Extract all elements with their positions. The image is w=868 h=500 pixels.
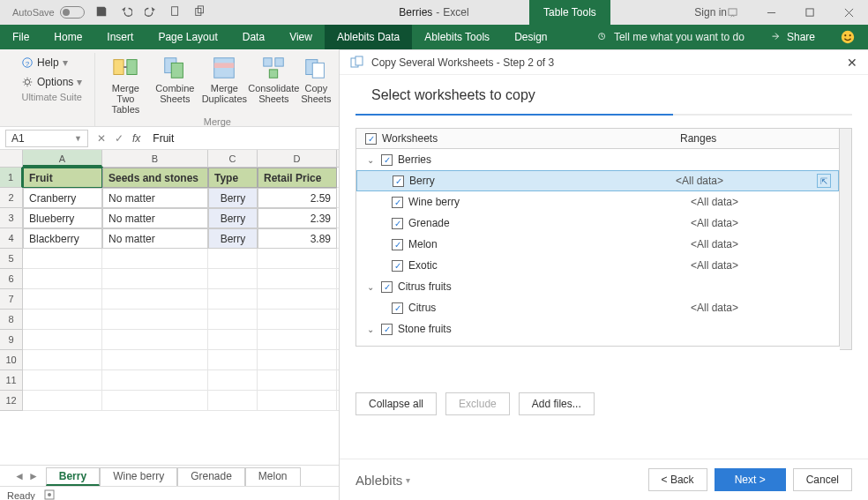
tree-worksheet[interactable]: ✓Wine berry<All data> <box>356 191 839 213</box>
tree-workbook[interactable]: ⌄✓Citrus fruits <box>356 276 839 297</box>
add-files-button[interactable]: Add files... <box>519 392 595 415</box>
cell[interactable] <box>102 370 208 391</box>
cell[interactable] <box>258 330 337 350</box>
cell[interactable]: Seeds and stones <box>102 168 208 188</box>
sheet-tab[interactable]: Berry <box>46 467 100 486</box>
ribbon-tab-file[interactable]: File <box>0 25 41 49</box>
column-header[interactable]: B <box>102 150 208 167</box>
cell[interactable]: Cranberry <box>23 188 102 208</box>
minimize-icon[interactable] <box>752 0 790 25</box>
column-header[interactable]: D <box>258 150 337 167</box>
cell[interactable]: No matter <box>102 188 208 208</box>
new-icon[interactable] <box>169 5 182 20</box>
row-header[interactable]: 12 <box>0 391 23 411</box>
cell[interactable] <box>258 310 337 330</box>
tree-workbook[interactable]: ⌄✓Berries <box>356 149 839 170</box>
cell[interactable] <box>258 370 337 391</box>
sheet-tab[interactable]: Melon <box>245 467 301 486</box>
tree-worksheet[interactable]: ✓Berry<All data>⇱ <box>356 170 839 191</box>
merge-two-tables-button[interactable]: Merge Two Tables <box>101 53 150 116</box>
options-button[interactable]: Options ▾ <box>14 72 89 92</box>
chevron-down-icon[interactable]: ⌄ <box>365 282 376 292</box>
tree-worksheet[interactable]: ✓Citrus<All data> <box>356 297 839 318</box>
cell[interactable] <box>208 289 258 310</box>
cell[interactable]: 3.89 <box>258 228 337 249</box>
select-all-checkbox[interactable]: ✓ <box>365 133 377 145</box>
feedback-icon[interactable] <box>827 25 868 49</box>
merge-duplicates-button[interactable]: Merge Duplicates <box>199 53 249 116</box>
tree-worksheet[interactable]: ✓Melon<All data> <box>356 234 839 255</box>
chevron-down-icon[interactable]: ⌄ <box>365 325 376 334</box>
chevron-down-icon[interactable]: ⌄ <box>365 155 376 165</box>
copy-sheets-qat-icon[interactable] <box>194 5 206 20</box>
cell[interactable] <box>258 350 337 370</box>
checkbox[interactable]: ✓ <box>381 281 393 293</box>
checkbox[interactable]: ✓ <box>392 239 403 250</box>
tree-worksheet[interactable]: ✓Exotic<All data> <box>356 255 839 276</box>
cell[interactable]: No matter <box>102 208 208 228</box>
maximize-icon[interactable] <box>790 0 829 25</box>
help-button[interactable]: ?Help ▾ <box>14 53 89 72</box>
row-header[interactable]: 1 <box>0 168 23 188</box>
sheet-nav-next-icon[interactable]: ► <box>28 470 39 482</box>
consolidate-sheets-button[interactable]: Consolidate Sheets <box>249 53 298 116</box>
cell[interactable] <box>23 249 102 269</box>
cell[interactable]: 2.59 <box>258 188 337 208</box>
cell[interactable]: Blueberry <box>23 208 102 228</box>
cell[interactable] <box>208 249 258 269</box>
table-tools-tab[interactable]: Table Tools <box>529 0 610 25</box>
cell[interactable] <box>23 269 102 289</box>
cell[interactable] <box>102 391 208 411</box>
ribbon-options-icon[interactable] <box>713 0 752 25</box>
row-header[interactable]: 8 <box>0 310 23 330</box>
share-button[interactable]: Share <box>757 25 827 49</box>
enter-formula-icon[interactable]: ✓ <box>115 132 123 145</box>
row-header[interactable]: 3 <box>0 208 23 228</box>
cell[interactable]: Berry <box>208 188 258 208</box>
close-icon[interactable] <box>829 0 868 25</box>
cell[interactable]: Fruit <box>23 168 102 188</box>
cell[interactable] <box>208 350 258 370</box>
ribbon-tab-view[interactable]: View <box>277 25 325 49</box>
save-icon[interactable] <box>95 5 108 20</box>
sheet-tab[interactable]: Wine berry <box>100 467 177 486</box>
checkbox[interactable]: ✓ <box>393 175 404 187</box>
row-header[interactable]: 11 <box>0 370 23 391</box>
cell[interactable] <box>208 391 258 411</box>
row-header[interactable]: 10 <box>0 350 23 370</box>
ribbon-tab-insert[interactable]: Insert <box>94 25 146 49</box>
ribbon-tab-data[interactable]: Data <box>230 25 277 49</box>
column-header[interactable]: C <box>208 150 258 167</box>
cell[interactable] <box>258 269 337 289</box>
cell[interactable] <box>208 370 258 391</box>
checkbox[interactable]: ✓ <box>392 260 403 272</box>
select-range-icon[interactable]: ⇱ <box>817 174 831 188</box>
cell[interactable]: 2.39 <box>258 208 337 228</box>
exclude-button[interactable]: Exclude <box>445 392 510 415</box>
select-all-corner[interactable] <box>0 150 23 167</box>
column-header[interactable]: A <box>23 150 102 167</box>
worksheet-tree[interactable]: ⌄✓Berries✓Berry<All data>⇱✓Wine berry<Al… <box>355 149 840 347</box>
cell[interactable] <box>208 269 258 289</box>
tree-worksheet[interactable]: ✓Grenade<All data> <box>356 213 839 234</box>
cell[interactable] <box>23 370 102 391</box>
cell[interactable] <box>102 350 208 370</box>
checkbox[interactable]: ✓ <box>392 302 403 314</box>
ribbon-tab-design[interactable]: Design <box>502 25 559 49</box>
checkbox[interactable]: ✓ <box>392 197 403 208</box>
formula-input[interactable]: Fruit <box>153 132 174 145</box>
cell[interactable] <box>208 310 258 330</box>
ribbon-tab-ablebits-tools[interactable]: Ablebits Tools <box>412 25 502 49</box>
cell[interactable] <box>208 330 258 350</box>
cell[interactable]: No matter <box>102 228 208 249</box>
row-header[interactable]: 4 <box>0 228 23 249</box>
cell[interactable] <box>258 391 337 411</box>
cell[interactable] <box>102 269 208 289</box>
row-header[interactable]: 5 <box>0 249 23 269</box>
cell[interactable] <box>23 289 102 310</box>
cell[interactable]: Berry <box>208 208 258 228</box>
cell[interactable] <box>23 310 102 330</box>
ribbon-tab-page-layout[interactable]: Page Layout <box>146 25 229 49</box>
cell[interactable] <box>258 289 337 310</box>
cell[interactable] <box>258 249 337 269</box>
